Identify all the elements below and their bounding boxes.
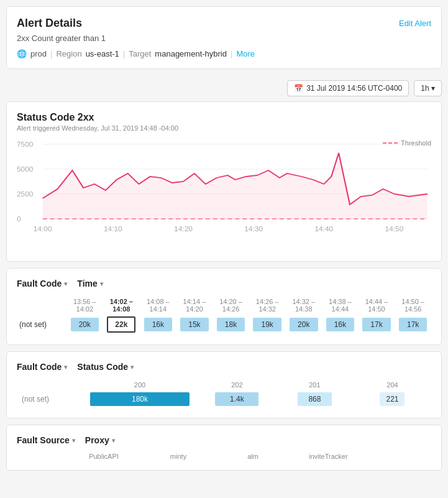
- cell-0: 20k: [66, 315, 103, 334]
- cell-bar-9: 17k: [399, 318, 427, 331]
- toolbar: 📅 31 Jul 2019 14:56 UTC-0400 1h ▾: [0, 75, 448, 101]
- chart-subtitle: Alert triggered Wednesday, Jul 31, 2019 …: [17, 124, 431, 132]
- region-label: Region: [56, 49, 81, 58]
- fault-source-col1[interactable]: Fault Source ▾: [17, 435, 75, 445]
- svg-text:0: 0: [17, 216, 21, 223]
- alert-details-title: Alert Details: [17, 17, 82, 30]
- time-col-8: 14:44 –14:50: [359, 296, 395, 315]
- proxy-column-headers: PublicAPI minty alm inviteTracker: [17, 453, 431, 460]
- cell-bar-6: 20k: [290, 318, 318, 331]
- more-link[interactable]: More: [236, 49, 255, 58]
- date-picker-button[interactable]: 📅 31 Jul 2019 14:56 UTC-0400: [287, 80, 409, 96]
- separator3: |: [231, 49, 232, 58]
- status-cell-200: 180k: [81, 390, 198, 408]
- status-col-201: 201: [276, 379, 354, 390]
- fault-source-label: Fault Source: [17, 435, 70, 445]
- proxy-col-invitetracker: inviteTracker: [309, 453, 348, 460]
- fault-code-time-header-row: Fault Code ▾ Time ▾: [17, 279, 431, 288]
- time-range-button[interactable]: 1h ▾: [414, 80, 442, 96]
- time-header[interactable]: Time ▾: [77, 279, 103, 288]
- proxy-col-minty: minty: [160, 453, 197, 460]
- cell-8: 17k: [359, 315, 395, 334]
- cell-bar-8: 17k: [362, 318, 391, 331]
- status-cell-201: 868: [276, 390, 354, 408]
- cell-bar-4: 18k: [217, 318, 245, 331]
- time-label: Time: [77, 279, 97, 288]
- chart-card: Status Code 2xx Alert triggered Wednesda…: [6, 101, 442, 262]
- svg-text:5000: 5000: [17, 166, 33, 173]
- row-label: (not set): [17, 315, 66, 334]
- fault-code-header[interactable]: Fault Code ▾: [17, 279, 67, 288]
- svg-text:7500: 7500: [17, 141, 33, 148]
- status-bar-201: 868: [298, 392, 332, 406]
- status-code-arrow: ▾: [130, 364, 134, 371]
- status-col-202: 202: [198, 379, 276, 390]
- fault-source-header-row: Fault Source ▾ Proxy ▾: [17, 435, 431, 445]
- cell-4: 18k: [213, 315, 249, 334]
- fault-source-arrow: ▾: [72, 437, 75, 444]
- svg-text:14:40: 14:40: [314, 226, 333, 233]
- chart-title: Status Code 2xx: [17, 112, 431, 123]
- status-code-col2[interactable]: Status Code ▾: [77, 362, 134, 372]
- svg-text:14:10: 14:10: [104, 226, 122, 233]
- globe-icon: 🌐: [17, 49, 27, 58]
- status-col-200: 200: [81, 379, 198, 390]
- fault-code-status-label: Fault Code: [17, 362, 62, 372]
- status-cell-202: 1.4k: [198, 390, 276, 408]
- fault-code-status-arrow: ▾: [64, 364, 67, 371]
- calendar-icon: 📅: [294, 84, 303, 93]
- time-table-header-row: 13:56 –14:02 14:02 –14:08 14:08 –14:14 1…: [17, 296, 431, 315]
- empty-header: [17, 296, 66, 315]
- separator2: |: [123, 49, 125, 58]
- fault-source-card: Fault Source ▾ Proxy ▾ PublicAPI minty a…: [6, 425, 442, 471]
- status-bar-204: 221: [380, 392, 405, 406]
- threshold-legend: Threshold: [383, 139, 431, 147]
- cell-bar-3: 15k: [180, 318, 209, 331]
- proxy-col-alm: alm: [234, 453, 272, 460]
- status-col-204: 204: [354, 379, 431, 390]
- cell-bar-2: 16k: [144, 318, 173, 331]
- status-row-label: (not set): [17, 390, 81, 408]
- fault-code-status-col1[interactable]: Fault Code ▾: [17, 362, 67, 372]
- threshold-label: Threshold: [401, 139, 431, 147]
- status-bar-200: 180k: [90, 392, 190, 406]
- svg-text:14:20: 14:20: [174, 226, 193, 233]
- edit-alert-link[interactable]: Edit Alert: [399, 19, 431, 28]
- time-col-4: 14:20 –14:26: [213, 296, 249, 315]
- empty-status-header: [17, 379, 81, 390]
- cell-6: 20k: [285, 315, 322, 334]
- alert-description: 2xx Count greater than 1: [17, 34, 431, 43]
- cell-7: 16k: [322, 315, 359, 334]
- cell-3: 15k: [176, 315, 213, 334]
- cell-bar-1: 22k: [107, 316, 135, 333]
- chart-svg: 7500 5000 2500 0 14:00 14:10 14:20 14:30…: [17, 139, 431, 239]
- svg-text:14:50: 14:50: [385, 226, 404, 233]
- time-arrow: ▾: [100, 280, 103, 287]
- env-value: prod: [30, 49, 47, 58]
- cell-9: 17k: [395, 315, 431, 334]
- fault-code-status-header-row: Fault Code ▾ Status Code ▾: [17, 362, 431, 372]
- svg-text:2500: 2500: [17, 191, 33, 198]
- svg-text:14:00: 14:00: [34, 226, 52, 233]
- fault-code-arrow: ▾: [64, 280, 67, 287]
- target-value: management-hybrid: [155, 49, 227, 58]
- time-col-3: 14:14 –14:20: [176, 296, 213, 315]
- time-table: 13:56 –14:02 14:02 –14:08 14:08 –14:14 1…: [17, 296, 431, 334]
- alert-details-header: Alert Details Edit Alert: [17, 17, 431, 30]
- region-value: us-east-1: [86, 49, 119, 58]
- time-col-5: 14:26 –14:32: [249, 296, 286, 315]
- proxy-col2[interactable]: Proxy ▾: [85, 435, 115, 445]
- status-cell-204: 221: [354, 390, 431, 408]
- fault-code-time-card: Fault Code ▾ Time ▾ 13:56 –14:02 14:02 –…: [6, 268, 442, 345]
- date-value: 31 Jul 2019 14:56 UTC-0400: [306, 84, 402, 93]
- time-table-row: (not set) 20k 22k 16k 15k 18k 19k 20k 16…: [17, 315, 431, 334]
- dropdown-icon: ▾: [431, 84, 435, 93]
- status-code-label: Status Code: [77, 362, 128, 372]
- time-col-7: 14:38 –14:44: [322, 296, 359, 315]
- threshold-line-indicator: [383, 142, 398, 144]
- cell-bar-0: 20k: [71, 318, 99, 331]
- proxy-label: Proxy: [85, 435, 109, 445]
- cell-5: 19k: [249, 315, 286, 334]
- fault-code-status-card: Fault Code ▾ Status Code ▾ 200 202 201 2…: [6, 351, 442, 418]
- time-col-2: 14:08 –14:14: [140, 296, 176, 315]
